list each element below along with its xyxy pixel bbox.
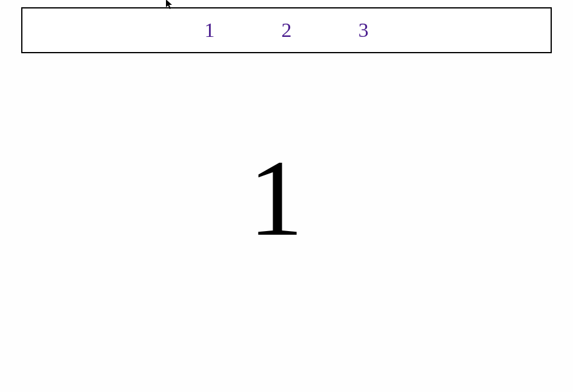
nav-bar: 1 2 3 (21, 7, 552, 53)
content-scroll-area[interactable]: 1 (0, 53, 552, 392)
section-heading: 1 (0, 144, 552, 253)
nav-link-3[interactable]: 3 (359, 19, 369, 42)
nav-link-2[interactable]: 2 (282, 19, 292, 42)
content-inner: 1 (0, 53, 552, 392)
nav-link-1[interactable]: 1 (205, 19, 215, 42)
page-wrapper: 1 2 3 1 (0, 0, 573, 392)
